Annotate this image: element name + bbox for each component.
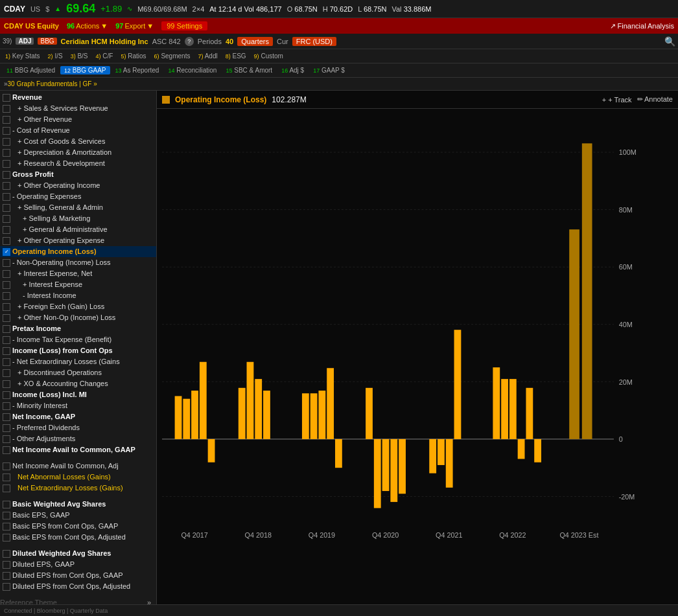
checkbox-xo-accounting[interactable] (3, 380, 10, 388)
checkbox-pretax-income[interactable] (3, 325, 10, 333)
sidebar-item-xo-accounting[interactable]: + XO & Accounting Changes (0, 378, 156, 389)
sidebar-item-income-loss-incl-mi[interactable]: Income (Loss) Incl. MI (0, 389, 156, 400)
sidebar-item-basic-weighted-avg[interactable]: Basic Weighted Avg Shares (0, 499, 156, 510)
tab-ratios[interactable]: 5) Ratios (118, 52, 148, 60)
sidebar-item-general-admin[interactable]: + General & Administrative (0, 224, 156, 235)
tab-esg[interactable]: 8) ESG (223, 52, 249, 60)
sidebar-item-preferred-dividends[interactable]: - Preferred Dividends (0, 422, 156, 433)
checkbox-sga[interactable] (3, 204, 10, 212)
sub-tab-gaap[interactable]: 17 GAAP $ (309, 66, 349, 74)
sidebar-item-minority-interest[interactable]: - Minority Interest (0, 400, 156, 411)
checkbox-income-loss-cont-ops[interactable] (3, 347, 10, 355)
checkbox-net-abnormal-losses[interactable] (3, 473, 10, 481)
sidebar-item-other-non-op[interactable]: + Other Non-Op (Income) Loss (0, 312, 156, 323)
checkbox-income-tax[interactable] (3, 336, 10, 344)
sidebar-item-diluted-eps-gaap[interactable]: Diluted EPS, GAAP (0, 559, 156, 570)
checkbox-interest-income[interactable] (3, 292, 10, 300)
checkbox-foreign-exch[interactable] (3, 303, 10, 311)
checkbox-income-loss-incl-mi[interactable] (3, 391, 10, 399)
sidebar-item-net-income-gaap[interactable]: Net Income, GAAP (0, 411, 156, 422)
checkbox-gross-profit[interactable] (3, 171, 10, 179)
sidebar-item-basic-eps-gaap[interactable]: Basic EPS, GAAP (0, 510, 156, 521)
sidebar-item-sga[interactable]: + Selling, General & Admin (0, 202, 156, 213)
export-button[interactable]: 97 Export ▼ (115, 22, 154, 30)
search-icon[interactable]: 🔍 (664, 36, 675, 47)
checkbox-minority-interest[interactable] (3, 402, 10, 410)
checkbox-cost-revenue[interactable] (3, 127, 10, 135)
tab-cf[interactable]: 4) C/F (93, 52, 116, 60)
sidebar-item-income-tax[interactable]: - Income Tax Expense (Benefit) (0, 334, 156, 345)
sidebar-item-other-op-expense[interactable]: + Other Operating Expense (0, 235, 156, 246)
path-graph-fundamentals[interactable]: 30 Graph Fundamentals | GF » (8, 80, 97, 87)
sub-tab-adj[interactable]: 16 Adj $ (277, 66, 308, 74)
checkbox-diluted-weighted-avg[interactable] (3, 550, 10, 558)
sidebar-item-operating-income-loss[interactable]: Operating Income (Loss) (0, 246, 156, 257)
sidebar-item-net-extra-losses[interactable]: - Net Extraordinary Losses (Gains (0, 356, 156, 367)
checkbox-other-revenue[interactable] (3, 116, 10, 124)
sidebar-item-net-income-avail-common-gaap[interactable]: Net Income Avail to Common, GAAP (0, 444, 156, 455)
sidebar-item-foreign-exch[interactable]: + Foreign Exch (Gain) Loss (0, 301, 156, 312)
sidebar-item-basic-eps-cont-ops-gaap[interactable]: Basic EPS from Cont Ops, GAAP (0, 521, 156, 532)
tab-bs[interactable]: 3) B/S (68, 52, 91, 60)
sidebar-item-r-and-d[interactable]: + Research & Development (0, 158, 156, 169)
sidebar-item-operating-expenses[interactable]: - Operating Expenses (0, 191, 156, 202)
tab-segments[interactable]: 6) Segments (152, 52, 193, 60)
track-button[interactable]: + + Track (602, 96, 632, 104)
sidebar-item-other-revenue[interactable]: + Other Revenue (0, 114, 156, 125)
checkbox-general-admin[interactable] (3, 226, 10, 234)
sub-tab-reconciliation[interactable]: 14 Reconciliation (164, 66, 220, 74)
sub-tab-bbg-adjusted[interactable]: 11 BBG Adjusted (3, 66, 59, 74)
sidebar-item-net-extra-losses2[interactable]: Net Extraordinary Losses (Gains) (0, 483, 156, 494)
checkbox-net-income-avail-common-adj[interactable] (3, 462, 10, 470)
checkbox-r-and-d[interactable] (3, 160, 10, 168)
ticker-symbol[interactable]: CDAY (4, 5, 25, 14)
settings-button[interactable]: 99 Settings (161, 21, 207, 30)
checkbox-diluted-eps-gaap[interactable] (3, 561, 10, 569)
checkbox-other-adjustments[interactable] (3, 435, 10, 443)
sidebar-item-revenue[interactable]: Revenue (0, 92, 156, 103)
sidebar-item-interest-income[interactable]: - Interest Income (0, 290, 156, 301)
sidebar-item-discontinued-ops[interactable]: + Discontinued Operations (0, 367, 156, 378)
sidebar-item-selling-marketing[interactable]: + Selling & Marketing (0, 213, 156, 224)
sidebar-item-dep-amort[interactable]: + Depreciation & Amortization (0, 147, 156, 158)
financial-analysis-button[interactable]: ↗ Financial Analysis (610, 22, 675, 30)
sidebar-item-net-abnormal-losses[interactable]: Net Abnormal Losses (Gains) (0, 472, 156, 483)
annotate-button[interactable]: ✏ Annotate (637, 95, 673, 104)
checkbox-other-op-income[interactable] (3, 182, 10, 190)
checkbox-net-extra-losses2[interactable] (3, 485, 10, 492)
frc-dropdown[interactable]: FRC (USD) (292, 37, 336, 46)
tab-key-stats[interactable]: 1) Key Stats (3, 52, 43, 60)
sidebar-item-other-op-income[interactable]: + Other Operating Income (0, 180, 156, 191)
sidebar-item-reference-theme[interactable]: Reference Theme » (0, 597, 156, 604)
sidebar-item-interest-exp-net[interactable]: + Interest Expense, Net (0, 268, 156, 279)
checkbox-net-income-avail-common-gaap[interactable] (3, 446, 10, 454)
sidebar-item-diluted-eps-cont-ops-adj[interactable]: Diluted EPS from Cont Ops, Adjusted (0, 581, 156, 592)
sub-tab-as-reported[interactable]: 13 As Reported (111, 66, 163, 74)
sidebar-item-sales-services[interactable]: + Sales & Services Revenue (0, 103, 156, 114)
checkbox-non-op[interactable] (3, 259, 10, 267)
sidebar-item-income-loss-cont-ops[interactable]: Income (Loss) from Cont Ops (0, 345, 156, 356)
checkbox-basic-eps-cont-ops-gaap[interactable] (3, 523, 10, 530)
checkbox-preferred-dividends[interactable] (3, 424, 10, 432)
sidebar-item-non-op[interactable]: - Non-Operating (Income) Loss (0, 257, 156, 268)
sidebar-item-pretax-income[interactable]: Pretax Income (0, 323, 156, 334)
checkbox-other-non-op[interactable] (3, 314, 10, 322)
checkbox-basic-weighted-avg[interactable] (3, 501, 10, 508)
sidebar-item-diluted-eps-cont-ops-gaap[interactable]: Diluted EPS from Cont Ops, GAAP (0, 570, 156, 581)
checkbox-selling-marketing[interactable] (3, 215, 10, 223)
sidebar-item-interest-exp[interactable]: + Interest Expense (0, 279, 156, 290)
checkbox-basic-eps-gaap[interactable] (3, 512, 10, 519)
checkbox-other-op-expense[interactable] (3, 237, 10, 245)
help-icon[interactable]: ? (185, 37, 194, 46)
checkbox-diluted-eps-cont-ops-adj[interactable] (3, 583, 10, 591)
checkbox-operating-expenses[interactable] (3, 193, 10, 201)
actions-button[interactable]: 96 Actions ▼ (67, 22, 108, 30)
tab-custom[interactable]: 9) Custom (251, 52, 286, 60)
checkbox-sales-services[interactable] (3, 105, 10, 113)
checkbox-dep-amort[interactable] (3, 149, 10, 157)
sub-tab-bbg-gaap[interactable]: 12 BBG GAAP (60, 66, 110, 74)
checkbox-net-income-gaap[interactable] (3, 413, 10, 421)
sidebar-item-diluted-weighted-avg[interactable]: Diluted Weighted Avg Shares (0, 548, 156, 559)
sidebar-item-cost-goods[interactable]: + Cost of Goods & Services (0, 136, 156, 147)
sidebar-item-basic-eps-cont-ops-adj[interactable]: Basic EPS from Cont Ops, Adjusted (0, 532, 156, 543)
